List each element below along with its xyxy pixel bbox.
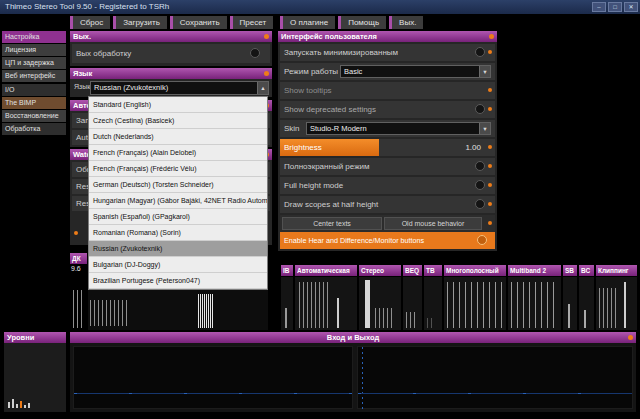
- sidebar-item-web-interface[interactable]: Веб интерфейс: [2, 70, 66, 82]
- about-plugin-button[interactable]: О плагине: [280, 16, 335, 29]
- panel-status-dot: [264, 71, 269, 76]
- meter-bar: [584, 310, 586, 328]
- tab-multiband2[interactable]: Multiband 2: [508, 265, 561, 276]
- load-button[interactable]: Загрузить: [113, 16, 167, 29]
- enable-hear-row: Enable Hear and Difference/Monitor butto…: [280, 232, 495, 249]
- tab-ib[interactable]: IB: [281, 265, 293, 276]
- language-option[interactable]: Hungarian (Magyar) (Gábor Bajáki, 42NET …: [89, 193, 267, 209]
- language-option[interactable]: German (Deutsch) (Torsten Schneider): [89, 177, 267, 193]
- modified-dot: [488, 88, 492, 92]
- meter-bar: [8, 402, 10, 408]
- show-deprecated-toggle[interactable]: [475, 104, 485, 114]
- scope-cursor: [362, 347, 363, 410]
- sidebar-item-cpu-latency[interactable]: ЦП и задержка: [2, 57, 66, 69]
- tab-agc[interactable]: Автоматическая: [295, 265, 357, 276]
- bypass-toggle[interactable]: [250, 48, 260, 58]
- toolbar-right: О плагине Помощь Вых.: [280, 16, 423, 29]
- sidebar-item-settings[interactable]: Настройка: [2, 31, 66, 43]
- brightness-slider[interactable]: Brightness: [280, 139, 379, 156]
- tab-tv[interactable]: ТВ: [424, 265, 442, 276]
- full-height-label: Full height mode: [284, 181, 343, 190]
- center-texts-button[interactable]: Center texts: [282, 217, 382, 230]
- maximize-button[interactable]: □: [608, 2, 622, 12]
- language-option[interactable]: Standard (English): [89, 97, 267, 113]
- output-scope: [357, 346, 633, 409]
- language-option[interactable]: French (Français) (Frédéric Vélu): [89, 161, 267, 177]
- language-panel-header: Язык: [70, 68, 272, 79]
- window-controls: – □ ✕: [592, 2, 638, 12]
- language-option[interactable]: Bulgarian (DJ-Doggy): [89, 257, 267, 273]
- levels-panel-title: Уровни: [7, 333, 34, 342]
- language-option[interactable]: Dutch (Nederlands): [89, 129, 267, 145]
- tab-clipping[interactable]: Клиппинг: [596, 265, 637, 276]
- full-height-row: Full height mode: [280, 177, 495, 194]
- full-height-toggle[interactable]: [475, 180, 485, 190]
- language-option[interactable]: Czech (Cestina) (Basicek): [89, 113, 267, 129]
- indicator-dot: [74, 231, 78, 235]
- modified-dot: [488, 107, 492, 111]
- meter-bar: [16, 404, 18, 408]
- meter-body-ib: [281, 277, 293, 330]
- language-option[interactable]: Spanish (Español) (GPagkarol): [89, 209, 267, 225]
- titlebar: Thimeo Stereo Tool 9.50 - Registered to …: [0, 0, 640, 14]
- sidebar-item-the-bimp[interactable]: The BIMP: [2, 97, 66, 109]
- save-button[interactable]: Сохранить: [170, 16, 227, 29]
- meter-group: [375, 308, 393, 328]
- tab-sb[interactable]: SB: [563, 265, 577, 276]
- waveform-peaks: [74, 393, 352, 394]
- modified-dot: [488, 164, 492, 168]
- meter-bar: [624, 282, 626, 328]
- exit-button[interactable]: Вых.: [389, 16, 423, 29]
- close-icon: ✕: [628, 4, 633, 10]
- brightness-value: 1.00: [465, 139, 481, 156]
- center-texts-row: Center texts Old mouse behavior: [280, 215, 495, 232]
- enable-hear-toggle[interactable]: [477, 235, 487, 245]
- language-field-label: Язык: [74, 83, 90, 90]
- half-height-scopes-toggle[interactable]: [475, 199, 485, 209]
- meter-bar: [24, 405, 26, 408]
- chevron-down-icon[interactable]: ▼: [479, 66, 490, 77]
- waveform-peaks: [358, 393, 632, 394]
- chevron-down-icon[interactable]: ▼: [479, 123, 490, 134]
- start-minimized-toggle[interactable]: [475, 47, 485, 57]
- meter-body-sb: [563, 277, 577, 330]
- sidebar-item-processing[interactable]: Обработка: [2, 123, 66, 135]
- dk-section-header[interactable]: ДК: [70, 253, 87, 264]
- old-mouse-behavior-button[interactable]: Old mouse behavior: [384, 217, 482, 230]
- sidebar-item-license[interactable]: Лицензия: [2, 44, 66, 56]
- skin-label: Skin: [284, 124, 300, 133]
- bypass-row: Вых обработку: [72, 44, 270, 63]
- sidebar: Настройка Лицензия ЦП и задержка Веб инт…: [2, 31, 66, 136]
- help-button[interactable]: Помощь: [338, 16, 386, 29]
- meter-body-multiband2: [508, 277, 561, 330]
- levels-panel: Уровни: [4, 332, 66, 412]
- language-option[interactable]: Romanian (Romana) (Sorin): [89, 225, 267, 241]
- language-dropdown-list: Standard (English) Czech (Cestina) (Basi…: [88, 96, 268, 290]
- fullscreen-toggle[interactable]: [475, 161, 485, 171]
- meter-group: [198, 294, 214, 328]
- skin-combobox[interactable]: Studio-R Modern ▼: [306, 122, 491, 135]
- meter-bar: [20, 401, 22, 408]
- language-option[interactable]: French (Français) (Alain Delobel): [89, 145, 267, 161]
- sidebar-item-io[interactable]: I/O: [2, 84, 66, 96]
- fullscreen-row: Полноэкранный режим: [280, 158, 495, 175]
- tab-stereo[interactable]: Стерео: [359, 265, 401, 276]
- close-button[interactable]: ✕: [624, 2, 638, 12]
- chevron-up-icon[interactable]: ▲: [257, 82, 268, 94]
- toolbar-left: Сброс Загрузить Сохранить Пресет: [70, 16, 273, 29]
- show-deprecated-label: Show deprecated settings: [284, 105, 376, 114]
- language-option[interactable]: Brazilian Portugese (Peterson047): [89, 273, 267, 289]
- language-option-selected[interactable]: Russian (Zvukotexnik): [89, 241, 267, 257]
- input-scope: [73, 346, 353, 409]
- work-mode-combobox[interactable]: Basic ▼: [340, 65, 491, 78]
- show-tooltips-label: Show tooltips: [284, 86, 332, 95]
- tab-vs[interactable]: ВС: [579, 265, 594, 276]
- language-combobox[interactable]: Russian (Zvukotexnik) ▲: [90, 81, 269, 95]
- preset-button[interactable]: Пресет: [230, 16, 274, 29]
- reset-button[interactable]: Сброс: [70, 16, 110, 29]
- minimize-button[interactable]: –: [592, 2, 606, 12]
- sidebar-item-repair[interactable]: Восстановление: [2, 110, 66, 122]
- tab-beq[interactable]: BEQ: [403, 265, 422, 276]
- tab-multiband[interactable]: Многополосный: [444, 265, 506, 276]
- meter-bar: [568, 304, 570, 328]
